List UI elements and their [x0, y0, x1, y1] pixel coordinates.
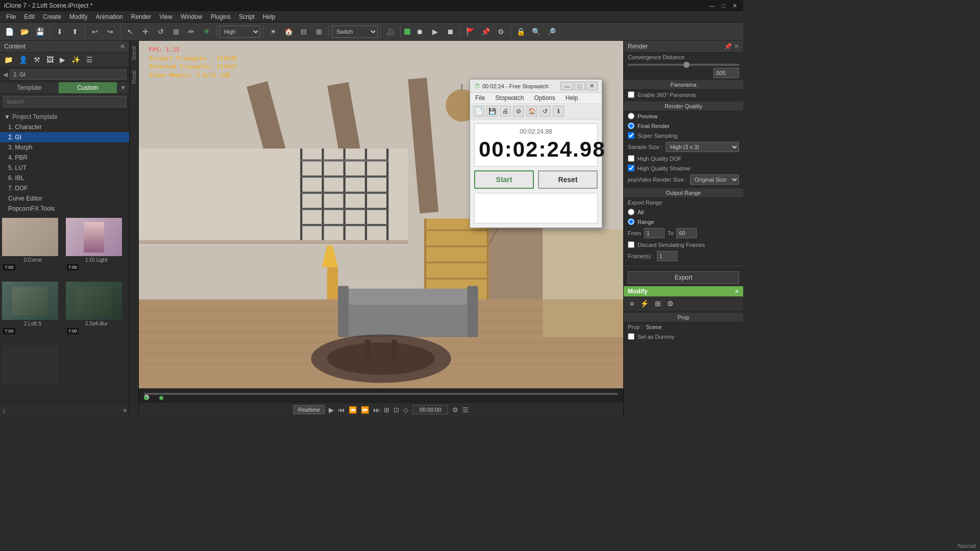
- sw-menu-help[interactable]: Help: [560, 93, 583, 103]
- tree-item-4[interactable]: 4. PBR: [0, 153, 129, 163]
- scale-button[interactable]: ⊞: [169, 24, 183, 39]
- menu-animation[interactable]: Animation: [91, 12, 127, 21]
- nav-back-button[interactable]: ◀: [3, 71, 8, 78]
- side-label-visual[interactable]: Visual: [130, 65, 138, 89]
- settings-btn[interactable]: ⚙: [494, 24, 508, 39]
- menu-plugins[interactable]: Plugins: [207, 12, 235, 21]
- content-anim-icon[interactable]: ▶: [58, 55, 67, 65]
- scroll-down-button[interactable]: ↓: [2, 406, 6, 414]
- thumb-3[interactable]: 7:00 3.Self-illur: [66, 282, 128, 343]
- close-button[interactable]: ✕: [730, 3, 739, 9]
- anim-stop-button[interactable]: ⏹: [443, 24, 457, 39]
- content-fx-icon[interactable]: ✨: [69, 55, 82, 65]
- sw-maximize-button[interactable]: □: [574, 82, 585, 90]
- sw-clear-button[interactable]: ⊘: [513, 106, 524, 117]
- menu-file[interactable]: File: [2, 12, 20, 21]
- tab-expand-icon[interactable]: ▼: [120, 84, 126, 91]
- timeline-start-marker[interactable]: [144, 396, 148, 400]
- step-forward-button[interactable]: ⏩: [361, 406, 369, 414]
- realtime-button[interactable]: Realtime: [293, 405, 325, 414]
- menu-edit[interactable]: Edit: [20, 12, 39, 21]
- hq-shadow-checkbox[interactable]: [628, 165, 634, 171]
- zoom-out-button[interactable]: 🔎: [544, 24, 558, 39]
- sw-menu-file[interactable]: File: [470, 93, 490, 103]
- record-motion-button[interactable]: ⊡: [394, 406, 399, 414]
- modify-params-icon[interactable]: ≡: [628, 298, 636, 309]
- menu-script[interactable]: Script: [235, 12, 259, 21]
- sample-size-select[interactable]: High (3 x 3) Medium (2 x 2) Low (1 x 1): [666, 142, 739, 152]
- tree-item-popcornfx[interactable]: PopcornFX Tools: [0, 204, 129, 214]
- timeline-track[interactable]: [139, 389, 623, 403]
- sw-home-button[interactable]: 🏠: [526, 106, 537, 117]
- menu-render[interactable]: Render: [127, 12, 155, 21]
- sw-menu-stopwatch[interactable]: Stopwatch: [490, 93, 529, 103]
- menu-help[interactable]: Help: [259, 12, 280, 21]
- modify-grid-icon[interactable]: ⊞: [653, 298, 663, 309]
- discard-frames-checkbox[interactable]: [628, 241, 634, 248]
- content-scene-icon[interactable]: 🖼: [44, 55, 56, 65]
- loop-button[interactable]: ⊞: [384, 406, 389, 414]
- record-button[interactable]: 🎥: [383, 24, 398, 39]
- convergence-slider[interactable]: [628, 64, 739, 66]
- sw-new-button[interactable]: 📄: [473, 106, 484, 117]
- timeline-more-button[interactable]: ☰: [462, 406, 469, 414]
- tree-item-5[interactable]: 5. LUT: [0, 163, 129, 173]
- enable-360-checkbox[interactable]: [628, 91, 634, 98]
- tree-item-curve-editor[interactable]: Curve Editor: [0, 193, 129, 204]
- undo-button[interactable]: ↩: [88, 24, 102, 39]
- move-button[interactable]: ✛: [138, 24, 153, 39]
- add-button[interactable]: +: [123, 406, 127, 414]
- new-button[interactable]: 📄: [2, 24, 16, 39]
- tab-custom[interactable]: Custom: [59, 82, 117, 93]
- sw-minimize-button[interactable]: —: [560, 82, 573, 90]
- thumb-0[interactable]: 7:00 0.Corne: [2, 218, 64, 280]
- render-pin-icon[interactable]: 📌: [724, 43, 732, 50]
- super-sampling-checkbox[interactable]: [628, 132, 634, 139]
- to-input[interactable]: [676, 228, 697, 238]
- tree-item-7[interactable]: 7. DOF: [0, 183, 129, 193]
- content-folder-icon[interactable]: 📁: [2, 55, 15, 65]
- modify-settings-icon[interactable]: ⚙: [665, 298, 676, 309]
- import-button[interactable]: ⬇: [53, 24, 67, 39]
- sw-save-button[interactable]: 💾: [486, 106, 498, 117]
- menu-modify[interactable]: Modify: [65, 12, 91, 21]
- nav-path-input[interactable]: [10, 69, 126, 80]
- edit-button[interactable]: ✏: [184, 24, 199, 39]
- menu-create[interactable]: Create: [39, 12, 65, 21]
- step-forward-end-button[interactable]: ⏭: [373, 406, 380, 414]
- sw-start-button[interactable]: Start: [474, 170, 534, 189]
- tree-header[interactable]: ▼ Project Template: [0, 112, 129, 122]
- visibility-button[interactable]: 👁: [200, 24, 214, 39]
- side-label-scene[interactable]: Scene: [130, 41, 138, 65]
- quality-dropdown[interactable]: High Medium Low: [219, 26, 260, 38]
- thumb-1[interactable]: 7:00 1.GI Light: [66, 218, 128, 280]
- final-render-radio[interactable]: [628, 122, 634, 129]
- light-button[interactable]: ☀: [266, 24, 280, 39]
- range-radio[interactable]: [628, 218, 634, 225]
- tree-item-1[interactable]: 1. Character: [0, 122, 129, 132]
- thumb-2[interactable]: 7:00 2.Loft S: [2, 282, 64, 343]
- camera-button[interactable]: 🏠: [281, 24, 296, 39]
- content-close-icon[interactable]: ✕: [120, 43, 125, 50]
- zoom-in-button[interactable]: 🔍: [529, 24, 543, 39]
- modify-close-icon[interactable]: ✕: [734, 288, 739, 295]
- play-button[interactable]: ▶: [329, 406, 334, 414]
- hq-dof-checkbox[interactable]: [628, 155, 634, 162]
- open-button[interactable]: 📂: [17, 24, 32, 39]
- rotate-button[interactable]: ↺: [154, 24, 168, 39]
- select-button[interactable]: ↖: [123, 24, 137, 39]
- from-input[interactable]: [644, 228, 665, 238]
- content-more-icon[interactable]: ☰: [84, 55, 95, 65]
- sw-close-button[interactable]: ✕: [586, 82, 598, 90]
- window-controls[interactable]: — □ ✕: [707, 3, 739, 9]
- pop-video-select[interactable]: Original Size Half Size: [690, 174, 739, 185]
- minimize-button[interactable]: —: [707, 3, 717, 9]
- timeline-end-marker[interactable]: [159, 396, 163, 400]
- settings-timeline-button[interactable]: ⚙: [452, 406, 458, 414]
- snap-button[interactable]: ⊞: [312, 24, 326, 39]
- marker-button[interactable]: 📌: [478, 24, 493, 39]
- flag-button[interactable]: 🚩: [463, 24, 477, 39]
- content-prop-icon[interactable]: ⚒: [32, 55, 42, 65]
- convergence-value-input[interactable]: [714, 68, 739, 78]
- switch-dropdown[interactable]: Switch: [332, 26, 378, 38]
